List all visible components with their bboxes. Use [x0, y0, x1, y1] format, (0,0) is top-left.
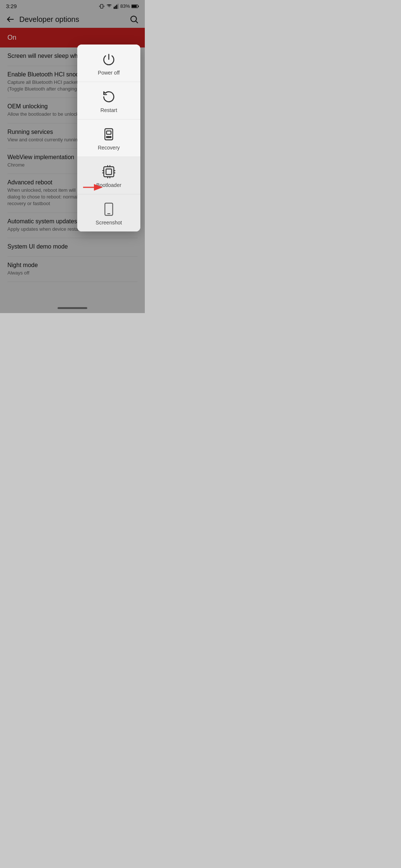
page-container: 3:29 83% [0, 0, 145, 313]
arrow-indicator [82, 182, 104, 193]
power-off-button[interactable]: Power off [77, 45, 140, 82]
recovery-label: Recovery [98, 145, 120, 151]
power-off-label: Power off [98, 70, 120, 76]
screenshot-button[interactable]: Screenshot [77, 194, 140, 231]
screenshot-icon [101, 202, 116, 217]
svg-rect-17 [106, 169, 112, 175]
svg-rect-16 [104, 167, 114, 177]
restart-button[interactable]: Restart [77, 82, 140, 119]
bootloader-icon [101, 164, 116, 179]
svg-point-14 [108, 137, 110, 138]
svg-point-15 [110, 137, 111, 138]
power-menu: Power off Restart Recovery [77, 45, 140, 231]
recovery-icon [101, 127, 116, 142]
screenshot-label: Screenshot [96, 220, 122, 226]
restart-label: Restart [100, 107, 117, 113]
power-off-icon [101, 52, 116, 67]
restart-icon [101, 89, 116, 104]
svg-point-13 [107, 137, 108, 138]
svg-rect-12 [107, 131, 111, 134]
recovery-button[interactable]: Recovery [77, 119, 140, 157]
